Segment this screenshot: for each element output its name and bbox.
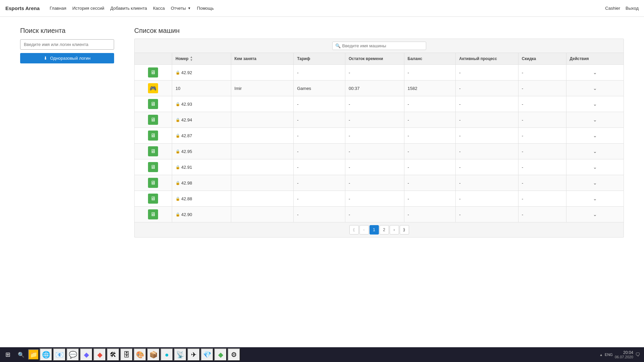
cell-time: - [345,191,404,207]
machines-search-wrap: 🔍 [332,42,426,50]
app10-button[interactable]: ◆ [214,348,227,361]
monitor-icon: 🖥 [148,115,158,125]
table-row: 🖥🔒 42.87-----⌄ [135,128,624,144]
machine-icon-cell: 🖥 [135,207,172,222]
nav-user: Cashier [605,6,620,11]
cell-tariff: - [294,159,345,175]
cell-balance: - [404,159,456,175]
cell-tariff: - [294,175,345,191]
cell-tariff: - [294,112,345,128]
action-expand-button[interactable]: ⌄ [591,211,599,218]
machine-icon-cell: 🖥 [135,191,172,207]
app6-button[interactable]: 📦 [147,348,160,361]
machine-icon-cell: 🖥 [135,175,172,191]
cell-time: - [345,207,404,222]
action-cell: ⌄ [566,65,624,81]
cell-balance: - [404,144,456,159]
taskbar: ⊞ 🔍 📁 🌐 📧 💬 ◆ ◆ 🛠 🗄 🎨 📦 ● 📡 ✈ 💎 ◆ ⚙ ▲ EN… [0,347,644,362]
machines-search-bar: 🔍 [134,39,624,53]
action-expand-button[interactable]: ⌄ [591,148,599,155]
machine-search-input[interactable] [342,43,423,48]
page-1-button[interactable]: 1 [369,225,379,235]
action-expand-button[interactable]: ⌄ [591,101,599,107]
app7-button[interactable]: ● [160,348,173,361]
page-last-button[interactable]: ⟫ [400,225,409,235]
cell-process: - [456,159,518,175]
cell-occupied [231,159,294,175]
cell-tariff: - [294,128,345,144]
action-cell: ⌄ [566,128,624,144]
machine-icon-cell: 🖥 [135,112,172,128]
machine-icon-cell: 🖥 [135,159,172,175]
cell-process: - [456,207,518,222]
nav-help[interactable]: Помощь [197,6,214,11]
cell-time: - [345,159,404,175]
machine-name-cell: 🔒 42.94 [172,112,231,128]
settings-button[interactable]: ⚙ [228,348,240,361]
action-expand-button[interactable]: ⌄ [591,116,599,123]
skype-button[interactable]: 💬 [66,348,79,361]
cell-balance: - [404,175,456,191]
nav-logout[interactable]: Выход [626,6,639,11]
file-explorer-button[interactable]: 📁 [28,349,39,360]
app8-button[interactable]: 📡 [174,348,187,361]
lock-icon: 🔒 [176,149,180,154]
taskbar-right: ▲ ENG 20:04 06.07.2020 🗨 [599,350,643,359]
page-first-button[interactable]: ⟪ [349,225,359,235]
phpstorm-button[interactable]: 🛠 [107,348,119,361]
nav-reports-dropdown[interactable]: Отчеты ▼ [171,6,191,11]
cell-balance: - [404,128,456,144]
outlook-button[interactable]: 📧 [53,348,66,361]
nav-home[interactable]: Главная [50,6,66,11]
telegram-button[interactable]: ✈ [187,348,200,361]
action-expand-button[interactable]: ⌄ [591,179,599,186]
sort-icon: ▲▼ [190,56,193,62]
monitor-icon: 🖥 [148,131,158,141]
start-button[interactable]: ⊞ [1,348,14,361]
action-expand-button[interactable]: ⌄ [591,164,599,170]
action-expand-button[interactable]: ⌄ [591,132,599,139]
notification-icon: 🗨 [635,352,640,357]
cell-balance: - [404,207,456,222]
one-time-login-button[interactable]: ⬇ Одноразовый логин [20,53,114,63]
taskbar-clock: 20:04 06.07.2020 [615,350,633,359]
cell-process: - [456,112,518,128]
heidisql-button[interactable]: 🗄 [120,348,133,361]
search-title: Поиск клиента [20,27,114,35]
page-2-button[interactable]: 2 [380,225,389,235]
page-next-button[interactable]: › [390,225,399,235]
app5-button[interactable]: ◆ [93,348,106,361]
cell-occupied [231,128,294,144]
vs-button[interactable]: ◆ [80,348,93,361]
client-search-input[interactable] [20,39,114,50]
action-expand-button[interactable]: ⌄ [591,195,599,202]
cell-time: - [345,112,404,128]
action-expand-button[interactable]: ⌄ [591,69,599,76]
search-panel: Поиск клиента ⬇ Одноразовый логин [20,27,114,238]
table-row: 🖥🔒 42.94-----⌄ [135,112,624,128]
app9-button[interactable]: 💎 [201,348,213,361]
ps-button[interactable]: 🎨 [134,348,146,361]
table-row: 🖥🔒 42.95-----⌄ [135,144,624,159]
taskbar-lang: ENG [605,353,613,357]
lock-icon: 🔒 [176,70,180,75]
action-cell: ⌄ [566,175,624,191]
cell-tariff: - [294,191,345,207]
th-balance: Баланс [404,53,456,65]
cell-process: - [456,65,518,81]
action-expand-button[interactable]: ⌄ [591,85,599,92]
cell-discount: - [518,65,566,81]
machine-name-cell: 🔒 42.93 [172,96,231,112]
cell-discount: - [518,159,566,175]
machines-panel: Список машин 🔍 Номер ▲▼ Кем [134,27,624,238]
page-prev-button[interactable]: ‹ [359,225,369,235]
search-taskbar-button[interactable]: 🔍 [15,348,28,361]
nav-add-client[interactable]: Добавить клиента [110,6,147,11]
cell-tariff: - [294,207,345,222]
chrome-button[interactable]: 🌐 [40,348,52,361]
nav-cashier[interactable]: Касса [153,6,165,11]
nav-history[interactable]: История сессий [72,6,104,11]
machine-icon-cell: 🖥 [135,128,172,144]
cell-balance: - [404,112,456,128]
cell-occupied [231,207,294,222]
